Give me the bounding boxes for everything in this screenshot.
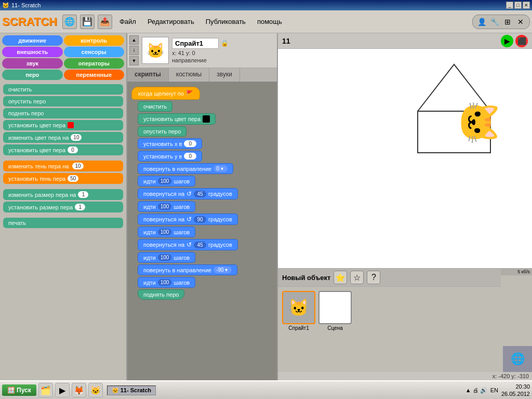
- steps-1[interactable]: 100: [158, 178, 172, 184]
- block-set-pen-size[interactable]: установить размер пера 1: [3, 202, 123, 212]
- green-flag-button[interactable]: ▶: [501, 35, 513, 47]
- maximize-button[interactable]: □: [514, 2, 522, 9]
- script-set-pen-color[interactable]: установить цвет пера: [138, 113, 216, 125]
- block-change-pen-shade[interactable]: изменить тень пера на 10: [3, 161, 123, 171]
- script-clear[interactable]: очистить: [138, 101, 172, 112]
- block-set-pen-color[interactable]: установить цвет пера: [3, 120, 123, 130]
- time-display: 20:30 26.05.2012: [501, 383, 530, 398]
- new-sprite-question-button[interactable]: ?: [367, 271, 380, 284]
- tray-up-icon: ▲: [466, 387, 471, 393]
- fullscreen-icon[interactable]: ⊞: [502, 16, 513, 28]
- script-set-x[interactable]: установить х в 0: [138, 138, 202, 149]
- taskbar-folder[interactable]: 🗂️: [38, 383, 53, 397]
- sprite-nav-down[interactable]: ▼: [129, 56, 139, 65]
- menu-file[interactable]: Файл: [115, 16, 140, 27]
- sprite-name-input[interactable]: [172, 38, 219, 49]
- sprite-item-1[interactable]: 🐱 Спрайт1: [282, 291, 315, 331]
- menu-edit[interactable]: Редактировать: [143, 16, 198, 27]
- stage-controls: 11 ▶ ⬛: [278, 33, 532, 49]
- category-sound[interactable]: звук: [2, 58, 63, 69]
- script-move-5[interactable]: идти 100 шагов: [138, 277, 195, 288]
- active-window-taskbar[interactable]: 🐱 11- Scratch: [107, 385, 156, 395]
- script-when-flag[interactable]: когда щелкнут по 🚩: [131, 87, 200, 100]
- close-icon[interactable]: ✕: [515, 16, 526, 28]
- block-change-pen-color[interactable]: изменить цвет пера на 10: [3, 132, 123, 143]
- dir-dropdown-2[interactable]: -90 ▾: [214, 267, 232, 273]
- minimize-button[interactable]: _: [506, 2, 513, 9]
- script-point-dir-1[interactable]: повернуть в направление 0 ▾: [138, 163, 233, 174]
- angle-1[interactable]: 45: [194, 191, 206, 197]
- coords-display: x: -420 y: -310: [278, 372, 532, 380]
- title-bar: 🐱 11- Scratch _ □ ✕: [0, 0, 532, 10]
- category-control[interactable]: контроль: [64, 35, 125, 46]
- tab-sounds[interactable]: звуки: [209, 68, 240, 82]
- category-sensing[interactable]: сенсоры: [64, 47, 125, 57]
- stage-canvas[interactable]: 🐱: [278, 49, 532, 268]
- date: 26.05.2012: [501, 390, 530, 397]
- script-move-1[interactable]: идти 100 шагов: [138, 176, 195, 187]
- rotate-icon-2: ↺: [187, 216, 192, 223]
- stop-button[interactable]: ⬛: [515, 35, 528, 47]
- share-button[interactable]: 📤: [98, 15, 112, 29]
- taskbar-firefox[interactable]: 🦊: [72, 383, 86, 397]
- block-clear[interactable]: очистить: [3, 84, 123, 95]
- sprite-coords: x: 41 y: 0: [172, 50, 275, 56]
- steps-4[interactable]: 100: [158, 254, 172, 261]
- script-point-dir-2[interactable]: повернуть в направление -90 ▾: [138, 264, 237, 275]
- category-motion[interactable]: движение: [2, 35, 63, 46]
- block-stamp[interactable]: печать: [3, 218, 123, 228]
- script-pen-up[interactable]: поднять перо: [138, 289, 184, 300]
- script-move-2[interactable]: идти 100 шагов: [138, 201, 195, 212]
- script-turn-3[interactable]: повернуться на ↺ 45 градусов: [138, 239, 238, 250]
- sprite-nav-up[interactable]: ▲: [129, 35, 139, 45]
- sprite-x: 41: [178, 50, 184, 56]
- category-looks[interactable]: внешность: [2, 47, 63, 57]
- person-icon[interactable]: 👤: [476, 16, 487, 28]
- tab-scripts[interactable]: скрипты: [127, 68, 169, 82]
- settings-icon[interactable]: 🔧: [489, 16, 500, 28]
- steps-2[interactable]: 100: [158, 203, 172, 210]
- angle-3[interactable]: 45: [194, 242, 206, 248]
- block-set-pen-shade[interactable]: установить тень пера 50: [3, 173, 123, 184]
- color-square: [203, 115, 210, 123]
- taskbar-player[interactable]: ▶: [55, 383, 70, 397]
- angle-2[interactable]: 90: [194, 216, 206, 223]
- new-sprite-star1-button[interactable]: ⭐: [334, 271, 347, 284]
- block-categories: движение контроль внешность сенсоры звук…: [0, 33, 126, 82]
- sprite-item-scene[interactable]: Сцена: [318, 291, 352, 331]
- block-pen-down[interactable]: опустить перо: [3, 96, 123, 107]
- category-variables[interactable]: переменные: [64, 70, 125, 80]
- pen-color-value: 10: [71, 134, 82, 141]
- block-pen-up[interactable]: поднять перо: [3, 108, 123, 118]
- pen-shade-n-value: 50: [68, 175, 78, 182]
- menu-help[interactable]: помощь: [253, 16, 286, 27]
- sprite-nav-info[interactable]: i: [129, 46, 139, 55]
- script-turn-1[interactable]: повернуться на ↺ 45 градусов: [138, 188, 238, 200]
- x-input[interactable]: 0: [184, 140, 196, 147]
- scripts-area[interactable]: когда щелкнут по 🚩 очистить установить ц…: [127, 83, 277, 380]
- y-input[interactable]: 0: [184, 153, 196, 159]
- script-move-3[interactable]: идти 100 шагов: [138, 227, 195, 237]
- script-pen-down[interactable]: опустить перо: [138, 126, 187, 137]
- category-operators[interactable]: операторы: [64, 58, 125, 69]
- start-button[interactable]: 🪟 Пуск: [2, 384, 36, 396]
- tab-costumes[interactable]: костюмы: [169, 68, 209, 82]
- globe-button[interactable]: 🌐: [62, 15, 77, 29]
- script-turn-2[interactable]: повернуться на ↺ 90 градусов: [138, 214, 238, 225]
- save-button[interactable]: 💾: [80, 15, 95, 29]
- menu-publish[interactable]: Публиковать: [202, 16, 250, 27]
- close-button[interactable]: ✕: [523, 2, 530, 9]
- script-move-4[interactable]: идти 100 шагов: [138, 252, 195, 263]
- block-change-pen-size[interactable]: изменить размер пера на 1: [3, 189, 123, 200]
- script-set-y[interactable]: установить у в 0: [138, 151, 202, 162]
- sprite-y: 0: [192, 50, 195, 56]
- dir-dropdown-1[interactable]: 0 ▾: [214, 165, 227, 172]
- steps-3[interactable]: 100: [158, 229, 172, 235]
- block-set-pen-color-n[interactable]: установить цвет пера 0: [3, 144, 123, 155]
- tabs: скрипты костюмы звуки: [127, 68, 277, 83]
- steps-5[interactable]: 100: [158, 279, 172, 286]
- taskbar: 🪟 Пуск 🗂️ ▶ 🦊 🐱 🐱 11- Scratch ▲ 🖨 🔊 EN 2…: [0, 380, 532, 399]
- category-pen[interactable]: перо: [2, 70, 63, 80]
- taskbar-scratch[interactable]: 🐱: [88, 383, 103, 397]
- new-sprite-star2-button[interactable]: ☆: [350, 271, 364, 284]
